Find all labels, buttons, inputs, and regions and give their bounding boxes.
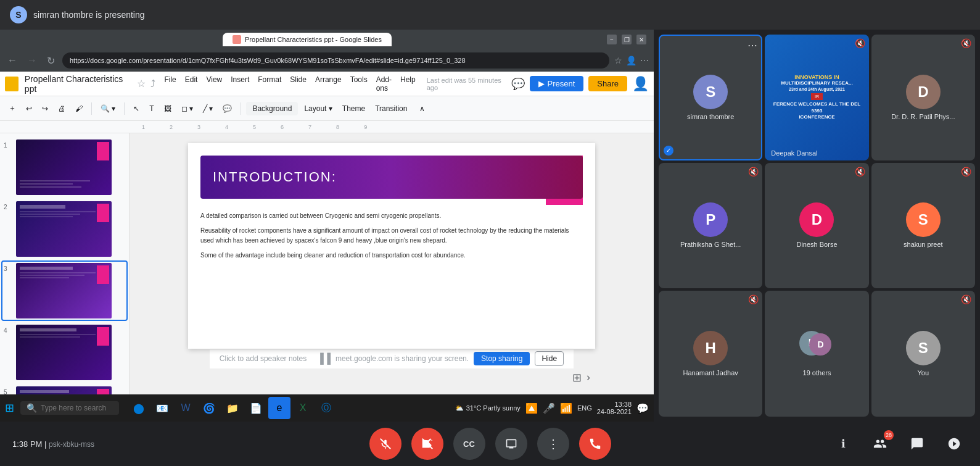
taskbar-apps: ⬤ 📧 W 🌀 📁 📄 e X Ⓞ bbox=[128, 397, 337, 419]
simran-more-button[interactable]: ⋯ bbox=[747, 40, 757, 51]
present-button[interactable]: ▶ Present bbox=[530, 76, 583, 91]
taskbar-browser[interactable]: e bbox=[268, 397, 290, 419]
slide-thumbnail-2[interactable]: 2 bbox=[2, 200, 126, 258]
collapse-toolbar[interactable]: ∧ bbox=[416, 102, 429, 115]
minimize-button[interactable]: − bbox=[607, 35, 617, 44]
menu-insert[interactable]: Insert bbox=[227, 74, 253, 94]
theme-button[interactable]: Theme bbox=[339, 102, 369, 115]
participant-tile-simran: S simran thombre ⋯ ✓ bbox=[659, 35, 762, 160]
restore-button[interactable]: ❐ bbox=[622, 35, 632, 44]
menu-addons[interactable]: Add-ons bbox=[373, 74, 395, 94]
slides-app-icon bbox=[5, 77, 19, 91]
menu-format[interactable]: Format bbox=[254, 74, 285, 94]
captions-button[interactable]: CC bbox=[453, 428, 485, 460]
windows-search[interactable]: 🔍 bbox=[20, 401, 119, 415]
stop-sharing-button[interactable]: Stop sharing bbox=[474, 352, 530, 365]
network-icon[interactable]: 🔼 bbox=[525, 402, 538, 414]
redo-tool[interactable]: ↪ bbox=[38, 102, 52, 115]
edit-toolbar: ＋ ↩ ↪ 🖨 🖌 🔍 ▾ ↖ T 🖼 ◻ ▾ ╱ ▾ 💬 Background… bbox=[0, 96, 654, 121]
layout-button[interactable]: Layout ▾ bbox=[300, 102, 336, 115]
meet-controls: 1:38 PM | psk-xbku-mss CC ⋮ bbox=[0, 422, 980, 466]
presenter-avatar: S bbox=[10, 6, 27, 23]
image-tool[interactable]: 🖼 bbox=[160, 102, 175, 115]
menu-slide[interactable]: Slide bbox=[286, 74, 310, 94]
menu-tools[interactable]: Tools bbox=[347, 74, 371, 94]
drpatil-mute-icon: 🔇 bbox=[961, 38, 971, 48]
share-button[interactable]: Share bbox=[588, 76, 627, 91]
activities-button[interactable] bbox=[941, 430, 968, 457]
wifi-icon[interactable]: 📶 bbox=[560, 402, 572, 414]
more-options-icon[interactable]: ⋯ bbox=[640, 56, 649, 65]
slides-app-toolbar: Propellant Characteristics ppt ☆ ⤴ File … bbox=[0, 72, 654, 96]
browser-tab-area: Propellant Characteristics ppt - Google … bbox=[7, 33, 607, 46]
prathiksha-avatar: P bbox=[693, 202, 728, 237]
menu-edit[interactable]: Edit bbox=[181, 74, 202, 94]
taskbar-excel[interactable]: X bbox=[292, 397, 314, 419]
more-options-button[interactable]: ⋮ bbox=[537, 428, 569, 460]
menu-view[interactable]: View bbox=[202, 74, 226, 94]
star-icon: ☆ bbox=[137, 78, 146, 89]
taskbar-edge[interactable]: 🌀 bbox=[198, 397, 220, 419]
transition-button[interactable]: Transition bbox=[371, 102, 411, 115]
end-call-button[interactable] bbox=[579, 428, 611, 460]
comment-icon[interactable]: 💬 bbox=[511, 77, 525, 91]
search-input[interactable] bbox=[41, 404, 115, 412]
slide-thumbnail-3[interactable]: 3 bbox=[2, 262, 126, 320]
close-button[interactable]: ✕ bbox=[636, 35, 646, 44]
taskbar-outlook[interactable]: Ⓞ bbox=[315, 397, 337, 419]
taskbar-folder[interactable]: 📁 bbox=[221, 397, 244, 419]
address-bar[interactable]: https://docs.google.com/presentation/d/1… bbox=[62, 52, 609, 69]
plus-tool[interactable]: ＋ bbox=[5, 101, 20, 115]
windows-logo[interactable]: ⊞ bbox=[5, 401, 14, 415]
slide-title: INTRODUCTION: bbox=[213, 169, 337, 185]
camera-button[interactable] bbox=[411, 428, 443, 460]
zoom-tool[interactable]: 🔍 ▾ bbox=[97, 102, 119, 115]
back-button[interactable]: ← bbox=[5, 54, 20, 67]
hide-button[interactable]: Hide bbox=[535, 351, 564, 366]
menu-file[interactable]: File bbox=[160, 74, 179, 94]
main-content: Propellant Characteristics ppt - Google … bbox=[0, 30, 980, 422]
line-tool[interactable]: ╱ ▾ bbox=[199, 102, 216, 115]
undo-tool[interactable]: ↩ bbox=[22, 102, 36, 115]
meeting-time-info: 1:38 PM | psk-xbku-mss bbox=[12, 439, 94, 449]
text-tool[interactable]: T bbox=[146, 102, 157, 115]
chat-button[interactable] bbox=[904, 430, 931, 457]
browser-chrome: Propellant Characteristics ppt - Google … bbox=[0, 30, 654, 49]
info-button[interactable]: ℹ bbox=[830, 430, 857, 457]
participant-tile-prathiksha: P Prathiksha G Shet... 🔇 bbox=[659, 163, 762, 289]
slide-thumbnail-1[interactable]: 1 bbox=[2, 138, 126, 196]
menu-help[interactable]: Help bbox=[397, 74, 419, 94]
slide-canvas[interactable]: INTRODUCTION: A detailed comparison is c… bbox=[188, 143, 595, 349]
forward-button[interactable]: → bbox=[25, 54, 39, 67]
slide-body-p3: Some of the advantage include being clea… bbox=[200, 251, 583, 260]
profile-icon[interactable]: 👤 bbox=[626, 56, 636, 65]
mic-taskbar-icon[interactable]: 🎤 bbox=[543, 402, 555, 414]
browser-action-icons: ☆ 👤 ⋯ bbox=[614, 56, 649, 65]
shapes-tool[interactable]: ◻ ▾ bbox=[178, 102, 197, 115]
hanamant-avatar: H bbox=[693, 331, 728, 365]
slide-thumbnail-4[interactable]: 4 bbox=[2, 323, 126, 381]
sharing-notice: ▐▐ meet.google.com is sharing your scree… bbox=[316, 351, 564, 366]
notifications-icon[interactable]: 💬 bbox=[636, 402, 649, 414]
present-screen-button[interactable] bbox=[495, 428, 527, 460]
taskbar-pdf[interactable]: 📄 bbox=[245, 397, 267, 419]
mic-button[interactable] bbox=[369, 428, 401, 460]
background-button[interactable]: Background bbox=[246, 102, 298, 115]
cursor-tool[interactable]: ↖ bbox=[130, 102, 143, 115]
menu-arrange[interactable]: Arrange bbox=[311, 74, 345, 94]
more-slides-icon[interactable]: › bbox=[587, 371, 590, 385]
hanamant-name: Hanamant Jadhav bbox=[681, 369, 741, 377]
taskbar-word[interactable]: W bbox=[175, 397, 197, 419]
user-profile-icon[interactable]: 👤 bbox=[632, 76, 649, 92]
refresh-button[interactable]: ↻ bbox=[44, 54, 57, 68]
taskbar-cortana[interactable]: ⬤ bbox=[128, 397, 150, 419]
print-tool[interactable]: 🖨 bbox=[54, 102, 69, 115]
taskbar-mail[interactable]: 📧 bbox=[151, 397, 173, 419]
paint-format-tool[interactable]: 🖌 bbox=[72, 102, 86, 115]
bookmark-icon[interactable]: ☆ bbox=[614, 56, 622, 65]
browser-tab[interactable]: Propellant Characteristics ppt - Google … bbox=[223, 33, 392, 46]
deepak-name: Deepak Dansal bbox=[768, 149, 820, 157]
add-slide-icon[interactable]: ⊞ bbox=[572, 371, 582, 385]
people-button[interactable]: 28 bbox=[867, 430, 894, 457]
comment-tool[interactable]: 💬 bbox=[219, 102, 236, 115]
